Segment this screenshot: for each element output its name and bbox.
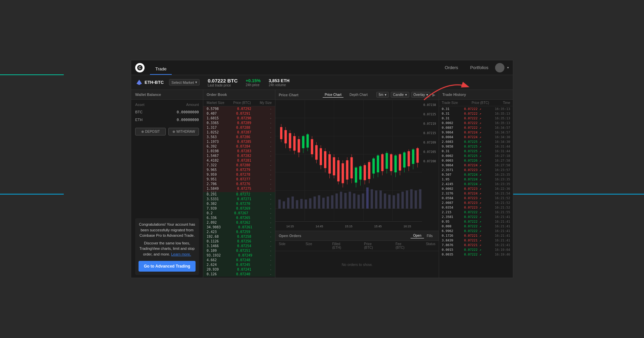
overlay-dropdown[interactable]: Overlay▾ [411,92,430,98]
ob-buy-row[interactable]: 0.3020.07270- [203,202,275,206]
chart-tab-price[interactable]: Price Chart [323,92,343,98]
svg-rect-56 [372,159,375,174]
th-row: 2.35810.07222 ↗16:21:41 [439,214,513,219]
chart-tab-depth[interactable]: Depth Chart [347,92,370,98]
ob-sell-row[interactable]: 0.57980.07292- [203,106,275,111]
migration-box: Congratulations! Your account has been s… [135,218,199,275]
ob-sell-row[interactable]: 2.7060.07276- [203,181,275,186]
ob-buy-row[interactable]: 3.53310.07271- [203,197,275,202]
svg-rect-48 [355,168,357,183]
price-levels: 0.07238 0.07225 0.07219 0.07215 0.07209 … [423,103,436,163]
deposit-button[interactable]: ⊕ DEPOSIT [135,128,166,135]
ob-buy-row[interactable]: 20.9390.07241- [203,267,275,272]
svg-rect-101 [384,193,386,209]
ob-buy-row[interactable]: 4.6620.07248- [203,258,275,263]
open-orders-title: Open Orders [279,234,411,238]
svg-rect-34 [324,151,326,168]
ob-buy-row[interactable]: 3.14660.07254- [203,244,275,248]
sub-header: ETH-BTC Select Market ▾ 0.07222 BTC Last… [131,75,513,90]
ob-sell-row[interactable]: 0.33650.07289- [203,120,275,125]
trade-history: Trade History Trade Size Price (BTC) Tim… [439,90,513,278]
ob-sell-row[interactable]: 3.5630.07286- [203,134,275,139]
th-row: 0.0080.07222 ↗16:21:41 [439,224,513,228]
svg-rect-85 [314,196,316,209]
nav-tab-trade[interactable]: Trade [150,60,172,75]
withdraw-button[interactable]: ⊕ WITHDRAW [168,128,199,135]
ob-sell-row[interactable]: 1.58490.07275- [203,186,275,191]
oo-tab-open[interactable]: Open [411,233,424,238]
ob-buy-row[interactable]: 0.2910.07272- [203,192,275,197]
ob-buy-row[interactable]: 7.9390.07269- [203,206,275,211]
svg-rect-14 [280,127,282,139]
market-pair: ETH-BTC [145,80,164,85]
svg-rect-26 [307,134,309,148]
th-row: 0.17260.07221 ↗16:21:41 [439,233,513,238]
price-change-block: +0.15% 24h price [246,78,261,87]
ob-sell-row[interactable]: 1.60150.07290- [203,116,275,120]
candle-dropdown[interactable]: Candle▾ [391,92,409,98]
svg-rect-102 [388,195,390,209]
ob-buy-row[interactable]: 6.3360.07265- [203,216,275,220]
nav-orders[interactable]: Orders [439,60,464,75]
th-row: 0.00030.07226 ↗16:27:58 [439,158,513,163]
eth-icon [137,80,142,85]
timeframe-dropdown[interactable]: 5m▾ [376,92,389,98]
ob-buy-row[interactable]: 0.11260.07256- [203,239,275,244]
svg-rect-97 [366,187,369,209]
ob-sell-row[interactable]: 6.3920.07284- [203,144,275,149]
trade-history-header: Trade History [439,90,513,100]
ob-buy-row[interactable]: 34.90830.07261- [203,225,275,230]
decoration-line-green [0,74,64,75]
expand-icon[interactable]: ▶ [432,93,435,97]
ob-buy-row[interactable]: 2.6240.07245- [203,263,275,267]
learn-more-link[interactable]: Learn more. [171,252,191,256]
candlestick-chart [275,100,422,221]
svg-rect-32 [320,148,322,165]
ob-sell-row[interactable]: 4.41020.07281- [203,158,275,163]
asset-table: Asset Amount BTC 0.00000000 ETH 0.000000… [131,100,203,125]
avatar[interactable] [495,63,504,72]
nav-portfolios[interactable]: Portfolios [465,60,494,75]
svg-rect-109 [419,189,421,209]
svg-rect-64 [390,154,392,171]
ob-buy-row[interactable]: 93.19320.07249- [203,253,275,258]
ob-sell-row[interactable]: 9.9650.07279- [203,167,275,172]
ob-sell-row[interactable]: 1.3170.07288- [203,125,275,130]
th-row: 0.310.07222 ↗16:35:13 [439,106,513,111]
svg-rect-58 [377,156,379,172]
goto-advanced-trading-button[interactable]: Go to Advanced Trading [139,261,196,272]
th-col-time: Time [503,101,510,105]
th-row: 0.00040.07224 ↗16:34:30 [439,134,513,139]
ob-buy-row[interactable]: 2.4230.07259- [203,230,275,234]
ob-buy-row[interactable]: 2.0920.07262- [203,220,275,225]
svg-rect-16 [284,130,287,144]
oo-tab-fills[interactable]: Fills [424,233,435,238]
open-orders: Open Orders Open Fills Side Size Filled … [275,231,439,278]
volume-value: 3,853 ETH [269,78,289,83]
nav-tabs: Trade [150,60,172,75]
ob-buy-row[interactable]: 0.1090.07251- [203,248,275,253]
ob-sell-orders: 0.57980.07292-0.4070.07291-1.60150.07290… [203,106,275,192]
ob-buy-row[interactable]: 0.1260.07240- [203,272,275,277]
asset-row-eth: ETH 0.00000000 [131,116,203,124]
ob-sell-row[interactable]: 1.54670.07282- [203,153,275,158]
chevron-down-icon[interactable]: ▾ [507,66,509,69]
ob-sell-row[interactable]: 1.02520.07287- [203,130,275,134]
svg-rect-77 [278,200,281,209]
oo-col-filled: Filled (ETH) [332,242,344,249]
svg-rect-74 [412,150,414,164]
ob-sell-row[interactable]: 7.3220.07280- [203,163,275,167]
select-market-btn[interactable]: Select Market ▾ [169,79,200,86]
ob-sell-row[interactable]: 1.19730.07285- [203,139,275,144]
ob-buy-row[interactable]: 0.20.07267- [203,211,275,216]
migration-text: Congratulations! Your account has been s… [139,222,196,238]
ob-buy-row[interactable]: 192.680.07258- [203,234,275,239]
ob-sell-row[interactable]: 9.9590.07278- [203,172,275,177]
price-change-label: 24h price [246,83,261,87]
price-level-7: 0.07200 [423,160,436,163]
ob-sell-row[interactable]: 0.4070.07291- [203,111,275,116]
nav-right: Orders Portfolios ▾ [439,60,513,75]
ob-sell-row[interactable]: 1.01980.07283- [203,149,275,153]
asset-btc-name: BTC [135,110,143,114]
ob-sell-row[interactable]: 9.9510.07277- [203,177,275,181]
